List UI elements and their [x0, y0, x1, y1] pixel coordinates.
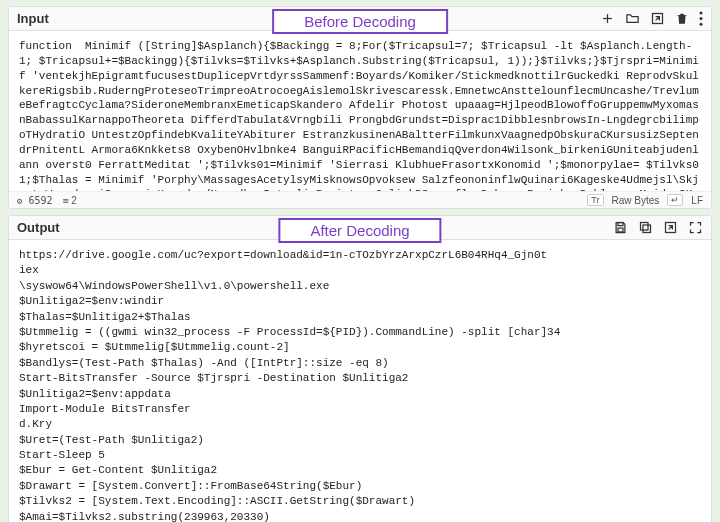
trash-icon[interactable]: [675, 11, 689, 26]
folder-icon[interactable]: [625, 11, 640, 26]
svg-point-3: [700, 11, 703, 14]
input-code[interactable]: function Minimif ([String]$Asplanch){$Ba…: [9, 31, 711, 191]
svg-rect-7: [618, 228, 623, 232]
save-icon[interactable]: [613, 220, 628, 235]
raw-bytes-label[interactable]: Raw Bytes: [612, 195, 660, 206]
output-header: Output After Decoding: [9, 216, 711, 240]
input-header: Input Before Decoding: [9, 7, 711, 31]
output-title: Output: [17, 220, 60, 235]
copy-icon[interactable]: [638, 220, 653, 235]
output-panel: Output After Decoding https://drive.goog…: [8, 215, 712, 522]
output-code[interactable]: https://drive.google.com/uc?export=downl…: [9, 240, 711, 522]
status-lines: ≡ 2: [63, 195, 77, 206]
svg-point-4: [700, 17, 703, 20]
input-title: Input: [17, 11, 49, 26]
svg-rect-9: [641, 223, 649, 231]
lf-label: LF: [691, 195, 703, 206]
export-icon[interactable]: [650, 11, 665, 26]
more-icon[interactable]: [699, 11, 703, 26]
output-toolbar: [613, 220, 703, 235]
input-status-bar: ⚙ 6592 ≡ 2 Tr Raw Bytes ↵ LF: [9, 191, 711, 208]
add-icon[interactable]: [600, 11, 615, 26]
input-panel: Input Before Decoding function Minimif (…: [8, 6, 712, 209]
fullscreen-icon[interactable]: [688, 220, 703, 235]
raw-bytes-toggle[interactable]: Tr: [587, 194, 603, 206]
svg-point-5: [700, 23, 703, 26]
crlf-toggle[interactable]: ↵: [667, 194, 683, 206]
input-toolbar: [600, 11, 703, 26]
status-enc-label: ⚙ 6592: [17, 195, 53, 206]
svg-rect-8: [643, 225, 651, 233]
open-new-icon[interactable]: [663, 220, 678, 235]
after-decoding-label: After Decoding: [278, 218, 441, 243]
svg-rect-6: [618, 223, 623, 226]
